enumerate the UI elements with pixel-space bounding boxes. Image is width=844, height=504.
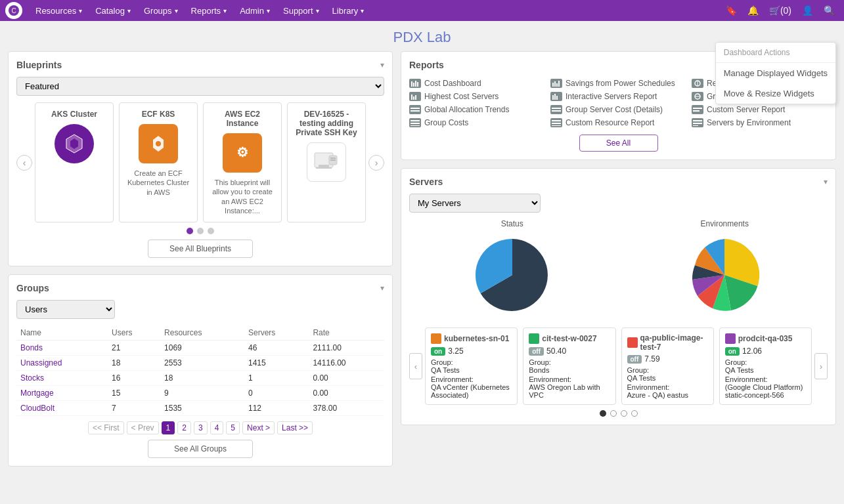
blueprint-select[interactable]: Featured xyxy=(16,77,384,96)
nav-catalog[interactable]: Catalog ▾ xyxy=(89,0,137,21)
prev-page[interactable]: < Prev xyxy=(127,421,159,434)
svg-rect-11 xyxy=(316,167,332,169)
page-3[interactable]: 3 xyxy=(194,421,208,434)
blueprint-item-ecf[interactable]: ECF K8S Create an ECF Kubernetes Cluster… xyxy=(119,102,198,222)
carousel-prev-button[interactable]: ‹ xyxy=(16,155,32,171)
see-all-reports-button[interactable]: See All xyxy=(579,135,658,152)
servers-collapse[interactable]: ▾ xyxy=(824,177,828,186)
svg-rect-34 xyxy=(552,108,561,109)
blueprint-items: AKS Cluster ECF K8S xyxy=(35,102,366,222)
page-2[interactable]: 2 xyxy=(177,421,191,434)
bookmark-icon[interactable]: 🔖 xyxy=(722,3,741,18)
server-dot-2[interactable] xyxy=(610,410,617,417)
server-status-row: off 50.40 xyxy=(529,346,610,356)
see-all-groups-button[interactable]: See All Groups xyxy=(148,440,253,458)
user-icon[interactable]: 👤 xyxy=(798,3,817,18)
groups-title: Groups xyxy=(16,283,49,293)
server-env: Environment:QA vCenter (Kubernetes Assoc… xyxy=(431,375,512,399)
dot-2[interactable] xyxy=(197,228,204,234)
nav-reports[interactable]: Reports ▾ xyxy=(185,0,234,21)
status-badge: on xyxy=(431,347,445,356)
server-dot-3[interactable] xyxy=(621,410,627,417)
nav-groups[interactable]: Groups ▾ xyxy=(137,0,185,21)
group-select[interactable]: Users xyxy=(16,300,115,319)
status-pie-chart xyxy=(470,232,555,318)
blueprint-item-aks[interactable]: AKS Cluster xyxy=(35,102,114,222)
group-filter: Users xyxy=(16,300,384,326)
manage-widgets-item[interactable]: Manage Displayed Widgets xyxy=(716,63,835,83)
page-5[interactable]: 5 xyxy=(226,421,240,434)
svg-rect-26 xyxy=(411,125,420,126)
report-servers-by-env[interactable]: Servers by Environment xyxy=(692,116,828,129)
server-card[interactable]: qa-public-image-test-7 off 7.59 Group:QA… xyxy=(621,327,714,405)
report-custom-resource[interactable]: Group Server Cost (Details) xyxy=(550,103,686,116)
report-icon xyxy=(409,79,421,88)
blueprint-item-dev[interactable]: DEV-16525 - testing adding Private SSH K… xyxy=(287,102,366,222)
groups-collapse[interactable]: ▾ xyxy=(380,284,384,293)
group-link[interactable]: Bonds xyxy=(20,343,43,352)
table-row: Unassigned 18 2553 1415 14116.00 xyxy=(16,356,384,371)
group-name-cell: Unassigned xyxy=(16,356,108,371)
blueprints-collapse[interactable]: ▾ xyxy=(380,60,384,70)
group-link[interactable]: CloudBolt xyxy=(20,404,55,413)
search-icon[interactable]: 🔍 xyxy=(820,3,839,18)
servers-header: Servers ▾ xyxy=(409,177,828,187)
group-link[interactable]: Stocks xyxy=(20,373,44,383)
current-page[interactable]: 1 xyxy=(162,421,175,434)
server-group: Group:Bonds xyxy=(529,358,610,374)
app-logo[interactable]: C xyxy=(5,2,22,19)
see-all-blueprints-button[interactable]: See All Blueprints xyxy=(148,240,253,258)
report-group-server-detail[interactable]: Global Allocation Trends xyxy=(409,103,545,116)
server-card[interactable]: cit-test-w-0027 off 50.40 Group:Bonds En… xyxy=(523,327,615,405)
servers-prev-button[interactable]: ‹ xyxy=(409,353,422,379)
server-dot-4[interactable] xyxy=(631,410,638,417)
groups-table: Name Users Resources Servers Rate Bonds … xyxy=(16,326,384,416)
nav-support[interactable]: Support ▾ xyxy=(277,0,326,21)
server-card[interactable]: kubernetes-sn-01 on 3.25 Group:QA Tests … xyxy=(425,327,518,405)
server-card-name: kubernetes-sn-01 xyxy=(431,333,512,344)
col-resources: Resources xyxy=(160,326,244,341)
group-link[interactable]: Mortgage xyxy=(20,388,54,398)
group-link[interactable]: Unassigned xyxy=(20,358,62,368)
chevron-icon: ▾ xyxy=(316,7,319,14)
chevron-icon: ▾ xyxy=(127,7,131,14)
report-highest-cost[interactable]: Savings from Power Schedules xyxy=(550,77,686,90)
server-card-name: cit-test-w-0027 xyxy=(529,333,610,344)
report-savings[interactable]: Interactive Servers Report xyxy=(550,90,686,103)
reports-title: Reports xyxy=(409,60,444,70)
report-icon xyxy=(692,79,703,88)
servers-filter-select[interactable]: My Servers All Servers xyxy=(409,194,541,213)
status-badge: off xyxy=(529,347,544,356)
move-resize-item[interactable]: Move & Resize Widgets xyxy=(716,83,835,104)
report-cost-dashboard[interactable]: Cost Dashboard xyxy=(409,77,545,90)
server-cards-wrapper: ‹ kubernetes-sn-01 on 3.25 Group:QA Test… xyxy=(409,327,828,405)
cart-icon[interactable]: 🛒(0) xyxy=(765,3,795,18)
group-users-cell: 7 xyxy=(108,401,160,416)
page-4[interactable]: 4 xyxy=(210,421,224,434)
nav-library[interactable]: Library ▾ xyxy=(326,0,371,21)
server-dot-1[interactable] xyxy=(600,410,606,417)
env-pie-chart xyxy=(682,232,767,318)
nav-resources[interactable]: Resources ▾ xyxy=(29,0,89,21)
next-page[interactable]: Next > xyxy=(242,421,275,434)
dot-1[interactable] xyxy=(187,228,193,234)
report-group-costs[interactable]: Highest Cost Servers xyxy=(409,90,545,103)
main-content: Blueprints ▾ Featured ‹ AKS Cluster xyxy=(0,51,844,474)
bell-icon[interactable]: 🔔 xyxy=(744,3,763,18)
blueprint-item-aws[interactable]: AWS EC2 Instance ⚙ This blueprint will a… xyxy=(203,102,282,222)
svg-rect-31 xyxy=(552,95,554,100)
group-users-cell: 15 xyxy=(108,386,160,401)
report-recent-servers[interactable]: Custom Server Report xyxy=(692,103,828,116)
report-icon xyxy=(550,92,562,101)
server-env: Environment:Azure - QA) eastus xyxy=(627,383,708,399)
report-custom-server[interactable]: Custom Resource Report xyxy=(550,116,686,129)
report-icon xyxy=(692,92,703,101)
carousel-next-button[interactable]: › xyxy=(368,155,384,171)
first-page[interactable]: << First xyxy=(88,421,124,434)
report-group-server-summary[interactable]: Group Costs xyxy=(409,116,545,129)
nav-admin[interactable]: Admin ▾ xyxy=(233,0,277,21)
servers-next-button[interactable]: › xyxy=(814,353,828,379)
dot-3[interactable] xyxy=(208,228,214,234)
last-page[interactable]: Last >> xyxy=(277,421,313,434)
server-card[interactable]: prodcit-qa-035 on 12.06 Group:QA Tests E… xyxy=(719,327,812,405)
